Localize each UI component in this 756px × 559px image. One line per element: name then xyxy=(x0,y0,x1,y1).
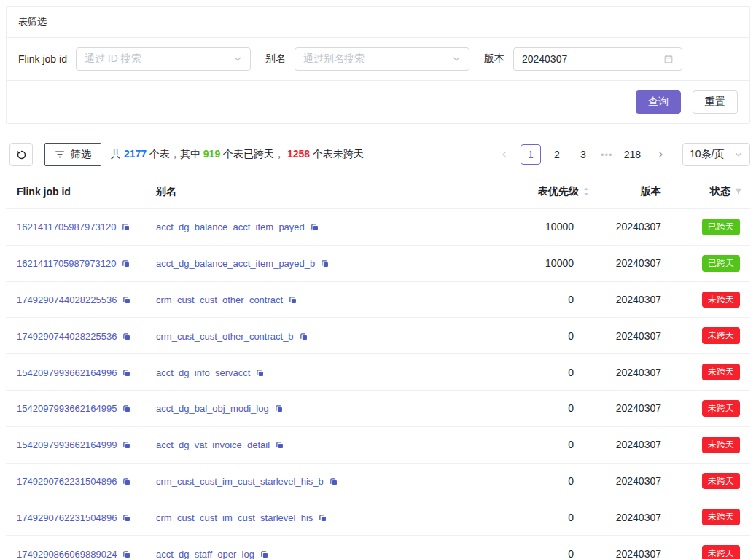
total-count: 2177 xyxy=(124,148,147,160)
copy-icon[interactable] xyxy=(274,404,284,413)
copy-icon[interactable] xyxy=(329,477,338,486)
status-badge: 未跨天 xyxy=(702,364,740,380)
copy-icon[interactable] xyxy=(320,259,330,268)
flink-job-id-cell: 1749290866069889024 xyxy=(6,536,150,559)
filter-card: 表筛选 Flink job id 通过 ID 搜索 别名 通过别名搜索 版本 xyxy=(6,6,750,124)
flink-job-id-link[interactable]: 1542097993662164995 xyxy=(17,403,117,414)
alias-link[interactable]: acct_dg_balance_acct_item_payed_b xyxy=(156,258,315,269)
flink-job-id-cell: 1542097993662164999 xyxy=(6,426,150,463)
status-badge: 未跨天 xyxy=(702,545,740,559)
priority-cell: 0 xyxy=(479,536,596,559)
table-row: 1749290744028225536 crm_cust_cust_other_… xyxy=(6,318,750,354)
alias-link[interactable]: crm_cust_cust_im_cust_starlevel_his xyxy=(156,512,313,523)
alias-link[interactable]: acct_dg_info_servacct xyxy=(156,367,250,378)
status-filter-funnel-icon[interactable] xyxy=(734,187,743,196)
status-badge: 未跨天 xyxy=(702,473,740,490)
table-row: 1749290762231504896 crm_cust_cust_im_cus… xyxy=(6,499,750,536)
table-row: 1749290866069889024 acct_dg_staff_oper_l… xyxy=(6,536,750,559)
alias-cell: crm_cust_cust_other_contract_b xyxy=(150,318,479,354)
status-cell: 未跨天 xyxy=(669,499,750,536)
page-button-2[interactable]: 2 xyxy=(547,144,567,165)
table-row: 1542097993662164995 acct_dg_bal_obj_modi… xyxy=(6,390,750,426)
flink-job-id-cell: 1749290744028225536 xyxy=(6,281,150,318)
flink-job-id-link[interactable]: 1749290762231504896 xyxy=(17,476,117,487)
copy-icon[interactable] xyxy=(122,295,131,305)
query-button[interactable]: 查询 xyxy=(636,90,681,114)
version-cell: 20240307 xyxy=(596,209,669,246)
flink-job-id-select[interactable]: 通过 ID 搜索 xyxy=(76,47,251,71)
copy-icon[interactable] xyxy=(122,513,131,523)
flink-job-id-cell: 1621411705987973120 xyxy=(6,245,150,281)
alias-link[interactable]: acct_dg_vat_invoice_detail xyxy=(156,439,270,450)
priority-cell: 0 xyxy=(479,499,596,536)
version-cell: 20240307 xyxy=(596,463,669,499)
alias-cell: acct_dg_balance_acct_item_payed_b xyxy=(150,245,479,281)
flink-job-id-link[interactable]: 1542097993662164999 xyxy=(17,439,117,450)
flink-job-id-link[interactable]: 1542097993662164996 xyxy=(17,367,117,378)
copy-icon[interactable] xyxy=(122,332,131,341)
flink-job-id-cell: 1749290762231504896 xyxy=(6,499,150,536)
flink-job-id-link[interactable]: 1749290866069889024 xyxy=(17,549,117,559)
copy-icon[interactable] xyxy=(122,440,131,450)
version-date-input[interactable]: 20240307 xyxy=(513,47,682,71)
copy-icon[interactable] xyxy=(260,550,269,559)
page-button-last[interactable]: 218 xyxy=(620,144,644,165)
flink-job-id-link[interactable]: 1749290744028225536 xyxy=(17,331,117,342)
page-size-value: 10条/页 xyxy=(690,148,724,161)
copy-icon[interactable] xyxy=(255,368,265,378)
copy-icon[interactable] xyxy=(122,404,131,413)
summary-segment: 个表已跨天， xyxy=(220,148,287,160)
copy-icon[interactable] xyxy=(122,550,131,559)
refresh-button[interactable] xyxy=(9,143,33,166)
alias-link[interactable]: acct_dg_bal_obj_modi_log xyxy=(156,403,269,414)
prev-page-button[interactable] xyxy=(494,144,515,165)
flink-job-id-placeholder: 通过 ID 搜索 xyxy=(85,52,141,66)
alias-link[interactable]: crm_cust_cust_other_contract_b xyxy=(156,331,294,342)
flink-job-id-link[interactable]: 1621411705987973120 xyxy=(17,258,116,269)
copy-icon[interactable] xyxy=(122,368,131,378)
copy-icon[interactable] xyxy=(122,477,131,486)
copy-icon[interactable] xyxy=(275,440,284,450)
flink-job-id-cell: 1542097993662164996 xyxy=(6,354,150,391)
page-button-3[interactable]: 3 xyxy=(573,144,593,165)
table-row: 1542097993662164996 acct_dg_info_servacc… xyxy=(6,354,750,391)
column-header-status[interactable]: 状态 xyxy=(669,181,750,209)
copy-icon[interactable] xyxy=(121,259,130,268)
copy-icon[interactable] xyxy=(318,513,327,523)
flink-job-id-link[interactable]: 1749290744028225536 xyxy=(17,294,117,305)
filter-button-label: 筛选 xyxy=(71,148,91,161)
filter-button[interactable]: 筛选 xyxy=(44,143,101,166)
status-cell: 未跨天 xyxy=(669,318,750,354)
alias-link[interactable]: acct_dg_balance_acct_item_payed xyxy=(156,222,305,232)
chevron-down-icon xyxy=(734,150,743,159)
status-cell: 已跨天 xyxy=(669,245,750,281)
priority-cell: 0 xyxy=(479,390,596,426)
copy-icon[interactable] xyxy=(299,332,308,341)
sort-carets-icon[interactable] xyxy=(582,187,590,197)
table-row: 1749290762231504896 crm_cust_cust_im_cus… xyxy=(6,463,750,499)
filter-fields-row: Flink job id 通过 ID 搜索 别名 通过别名搜索 版本 20240… xyxy=(7,38,749,81)
priority-cell: 0 xyxy=(479,426,596,463)
column-header-alias: 别名 xyxy=(150,181,479,209)
version-date-value: 20240307 xyxy=(522,53,567,65)
alias-select[interactable]: 通过别名搜索 xyxy=(295,47,469,71)
copy-icon[interactable] xyxy=(288,295,297,305)
calendar-icon xyxy=(663,54,674,64)
column-header-priority[interactable]: 表优先级 xyxy=(479,181,596,209)
alias-link[interactable]: crm_cust_cust_other_contract xyxy=(156,294,283,305)
alias-link[interactable]: crm_cust_cust_im_cust_starlevel_his_b xyxy=(156,476,324,487)
version-cell: 20240307 xyxy=(596,390,669,426)
flink-job-id-link[interactable]: 1621411705987973120 xyxy=(17,222,116,232)
copy-icon[interactable] xyxy=(121,222,130,232)
reset-button[interactable]: 重置 xyxy=(693,90,738,114)
alias-link[interactable]: acct_dg_staff_oper_log xyxy=(156,549,254,559)
next-page-button[interactable] xyxy=(650,144,671,165)
flink-job-id-field: Flink job id 通过 ID 搜索 xyxy=(18,47,251,71)
status-cell: 未跨天 xyxy=(669,426,750,463)
flink-job-id-link[interactable]: 1749290762231504896 xyxy=(17,512,117,523)
copy-icon[interactable] xyxy=(310,222,319,232)
page-size-select[interactable]: 10条/页 xyxy=(682,143,750,166)
summary-segment: 个表，其中 xyxy=(147,148,203,160)
page-button-1[interactable]: 1 xyxy=(521,144,541,165)
table-header-row: Flink job id 别名 表优先级 版本 状态 xyxy=(6,181,750,209)
